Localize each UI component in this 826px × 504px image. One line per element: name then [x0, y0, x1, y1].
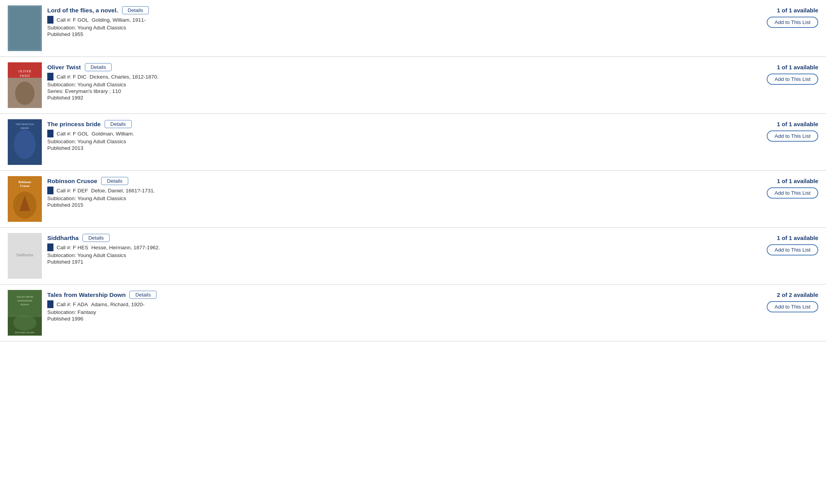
published-lord-of-flies: Published 1955: [47, 31, 741, 37]
author-tales-watership: Adams, Richard, 1920-: [91, 302, 145, 307]
call-number-oliver-twist: Call #: F DIC: [57, 74, 86, 80]
book-right-robinson-crusoe: 1 of 1 availableAdd to This List: [741, 176, 818, 199]
svg-point-23: [13, 315, 36, 331]
book-title-robinson-crusoe[interactable]: Robinson Crusoe: [47, 178, 97, 185]
call-row-robinson-crusoe: Call #: F DEF Defoe, Daniel, 1661?-1731.: [47, 187, 741, 194]
call-number-tales-watership: Call #: F ADA: [57, 302, 88, 307]
book-right-siddhartha: 1 of 1 availableAdd to This List: [741, 233, 818, 255]
add-to-list-button-lord-of-flies[interactable]: Add to This List: [767, 17, 818, 28]
title-row-robinson-crusoe: Robinson CrusoeDetails: [47, 177, 741, 185]
details-button-lord-of-flies[interactable]: Details: [122, 6, 149, 14]
details-button-princess-bride[interactable]: Details: [105, 120, 132, 128]
published-princess-bride: Published 2013: [47, 145, 741, 151]
call-row-oliver-twist: Call #: F DIC Dickens, Charles, 1812-187…: [47, 73, 741, 81]
book-item-princess-bride: THE PRINCESS BRIDE The princess brideDet…: [0, 114, 826, 171]
call-row-tales-watership: Call #: F ADA Adams, Richard, 1920-: [47, 300, 741, 308]
book-icon: [47, 16, 53, 24]
availability-tales-watership: 2 of 2 available: [777, 291, 818, 298]
details-button-tales-watership[interactable]: Details: [129, 291, 157, 299]
availability-oliver-twist: 1 of 1 available: [777, 64, 818, 70]
published-tales-watership: Published 1996: [47, 316, 741, 322]
book-cover-oliver-twist: OLIVER TWIST: [8, 62, 42, 108]
title-row-oliver-twist: Oliver TwistDetails: [47, 63, 741, 71]
book-info-princess-bride: The princess brideDetailsCall #: F GOL G…: [47, 119, 741, 152]
svg-text:TALES FROM: TALES FROM: [17, 295, 34, 298]
add-to-list-button-princess-bride[interactable]: Add to This List: [767, 130, 818, 142]
details-button-siddhartha[interactable]: Details: [83, 234, 110, 242]
book-cover-robinson-crusoe: Robinson Crusoe: [8, 176, 42, 222]
call-number-robinson-crusoe: Call #: F DEF: [57, 188, 88, 194]
book-item-siddhartha: Siddhartha SiddharthaDetailsCall #: F HE…: [0, 228, 826, 285]
call-number-lord-of-flies: Call #: F GOL: [57, 17, 89, 23]
add-to-list-button-siddhartha[interactable]: Add to This List: [767, 244, 818, 255]
book-icon: [47, 300, 53, 308]
add-to-list-button-tales-watership[interactable]: Add to This List: [767, 301, 818, 312]
svg-text:Siddhartha: Siddhartha: [16, 253, 33, 257]
svg-text:THE PRINCESS: THE PRINCESS: [15, 123, 34, 126]
book-cover-lord-of-flies: [8, 5, 42, 51]
book-list: Lord of the flies, a novel.DetailsCall #…: [0, 0, 826, 341]
details-button-oliver-twist[interactable]: Details: [85, 63, 112, 71]
book-cover-princess-bride: THE PRINCESS BRIDE: [8, 119, 42, 165]
details-button-robinson-crusoe[interactable]: Details: [101, 177, 128, 185]
book-right-princess-bride: 1 of 1 availableAdd to This List: [741, 119, 818, 142]
author-lord-of-flies: Golding, William, 1911-: [92, 17, 146, 23]
published-oliver-twist: Published 1992: [47, 95, 741, 101]
book-item-lord-of-flies: Lord of the flies, a novel.DetailsCall #…: [0, 0, 826, 57]
author-oliver-twist: Dickens, Charles, 1812-1870.: [89, 74, 158, 80]
svg-text:WATERSHIP: WATERSHIP: [17, 299, 33, 302]
book-title-princess-bride[interactable]: The princess bride: [47, 121, 101, 128]
sublocation-lord-of-flies: Sublocation: Young Adult Classics: [47, 25, 741, 31]
svg-point-8: [14, 130, 36, 159]
call-row-princess-bride: Call #: F GOL Goldman, William.: [47, 130, 741, 137]
author-princess-bride: Goldman, William.: [92, 131, 134, 137]
book-icon: [47, 243, 53, 251]
availability-robinson-crusoe: 1 of 1 available: [777, 178, 818, 184]
book-icon: [47, 73, 53, 81]
svg-text:BRIDE: BRIDE: [21, 127, 29, 130]
book-item-tales-watership: TALES FROM WATERSHIP DOWN RICHARD ADAMS …: [0, 285, 826, 341]
book-info-robinson-crusoe: Robinson CrusoeDetailsCall #: F DEF Defo…: [47, 176, 741, 209]
svg-text:RICHARD ADAMS: RICHARD ADAMS: [15, 331, 34, 334]
book-title-oliver-twist[interactable]: Oliver Twist: [47, 64, 81, 71]
book-right-lord-of-flies: 1 of 1 availableAdd to This List: [741, 5, 818, 28]
book-item-oliver-twist: OLIVER TWIST Oliver TwistDetailsCall #: …: [0, 57, 826, 114]
call-row-lord-of-flies: Call #: F GOL Golding, William, 1911-: [47, 16, 741, 24]
title-row-tales-watership: Tales from Watership DownDetails: [47, 291, 741, 299]
sublocation-oliver-twist: Sublocation: Young Adult Classics: [47, 82, 741, 87]
book-item-robinson-crusoe: Robinson Crusoe Robinson CrusoeDetailsCa…: [0, 171, 826, 228]
book-right-oliver-twist: 1 of 1 availableAdd to This List: [741, 62, 818, 85]
published-siddhartha: Published 1971: [47, 259, 741, 265]
author-robinson-crusoe: Defoe, Daniel, 1661?-1731.: [91, 188, 155, 194]
add-to-list-button-robinson-crusoe[interactable]: Add to This List: [767, 187, 818, 199]
book-info-oliver-twist: Oliver TwistDetailsCall #: F DIC Dickens…: [47, 62, 741, 101]
svg-text:Crusoe: Crusoe: [20, 184, 30, 188]
title-row-princess-bride: The princess brideDetails: [47, 120, 741, 128]
svg-text:TWIST: TWIST: [19, 74, 30, 78]
sublocation-robinson-crusoe: Sublocation: Young Adult Classics: [47, 195, 741, 201]
series-oliver-twist: Series: Everyman's library ; 110: [47, 88, 741, 94]
sublocation-princess-bride: Sublocation: Young Adult Classics: [47, 139, 741, 144]
svg-text:OLIVER: OLIVER: [19, 69, 31, 73]
book-title-siddhartha[interactable]: Siddhartha: [47, 235, 79, 242]
svg-point-6: [15, 82, 34, 105]
call-number-princess-bride: Call #: F GOL: [57, 131, 89, 137]
book-title-lord-of-flies[interactable]: Lord of the flies, a novel.: [47, 7, 118, 14]
book-icon: [47, 187, 53, 194]
book-right-tales-watership: 2 of 2 availableAdd to This List: [741, 290, 818, 312]
book-info-siddhartha: SiddharthaDetailsCall #: F HES Hesse, He…: [47, 233, 741, 266]
title-row-siddhartha: SiddharthaDetails: [47, 234, 741, 242]
book-cover-siddhartha: Siddhartha: [8, 233, 42, 279]
availability-lord-of-flies: 1 of 1 available: [777, 7, 818, 14]
book-title-tales-watership[interactable]: Tales from Watership Down: [47, 291, 126, 298]
svg-text:DOWN: DOWN: [21, 303, 29, 306]
svg-text:Robinson: Robinson: [19, 180, 31, 184]
book-info-lord-of-flies: Lord of the flies, a novel.DetailsCall #…: [47, 5, 741, 38]
book-cover-tales-watership: TALES FROM WATERSHIP DOWN RICHARD ADAMS: [8, 290, 42, 336]
author-siddhartha: Hesse, Hermann, 1877-1962.: [91, 245, 160, 250]
call-row-siddhartha: Call #: F HES Hesse, Hermann, 1877-1962.: [47, 243, 741, 251]
call-number-siddhartha: Call #: F HES: [57, 245, 88, 250]
add-to-list-button-oliver-twist[interactable]: Add to This List: [767, 74, 818, 85]
book-info-tales-watership: Tales from Watership DownDetailsCall #: …: [47, 290, 741, 322]
availability-princess-bride: 1 of 1 available: [777, 121, 818, 127]
